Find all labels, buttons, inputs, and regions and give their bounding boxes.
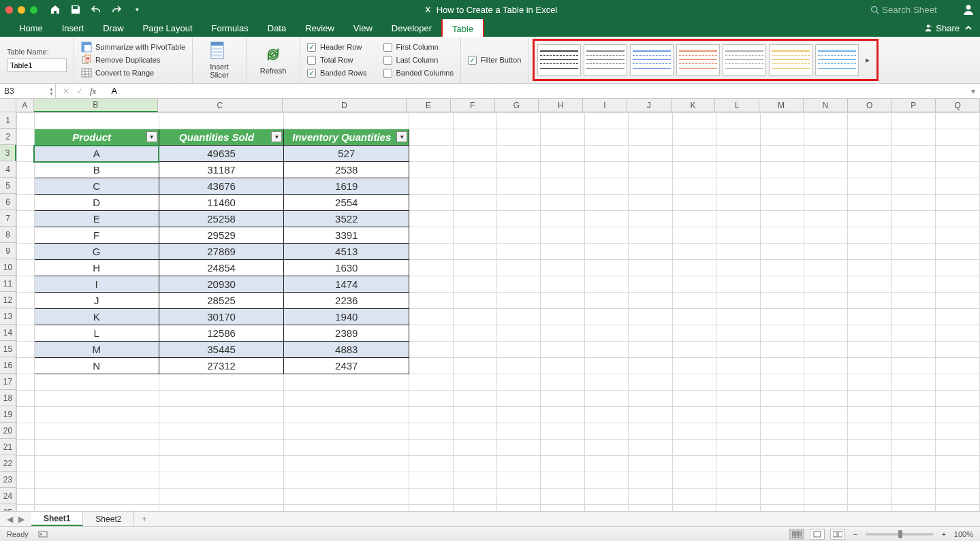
cell-J18[interactable] — [629, 391, 672, 407]
zoom-in-button[interactable]: + — [939, 530, 949, 538]
cell-N3[interactable] — [804, 146, 848, 162]
cell-D3[interactable]: 527 — [284, 146, 409, 162]
column-header-G[interactable]: G — [495, 99, 539, 112]
cell-E7[interactable] — [409, 211, 453, 227]
cell-N22[interactable] — [804, 456, 848, 472]
summarize-pivot-button[interactable]: Summarize with PivotTable — [81, 42, 185, 52]
cell-B22[interactable] — [34, 456, 159, 472]
cell-L18[interactable] — [716, 391, 760, 407]
cell-G3[interactable] — [496, 146, 540, 162]
cell-D22[interactable] — [284, 456, 409, 472]
column-header-A[interactable]: A — [16, 99, 34, 112]
banded-rows-checkbox[interactable]: Banded Rows — [307, 69, 367, 78]
row-header-5[interactable]: 5 — [0, 178, 16, 194]
cell-O2[interactable] — [848, 129, 891, 146]
column-header-L[interactable]: L — [715, 99, 759, 112]
search-sheet[interactable] — [870, 5, 957, 15]
cell-N16[interactable] — [804, 358, 848, 374]
cell-B18[interactable] — [34, 391, 159, 407]
name-box[interactable]: B3 ▲▼ — [0, 84, 56, 98]
cell-K5[interactable] — [672, 178, 716, 195]
add-sheet-button[interactable]: ＋ — [134, 512, 155, 526]
select-all-corner[interactable] — [0, 99, 16, 112]
column-header-K[interactable]: K — [671, 99, 716, 112]
cell-E20[interactable] — [409, 423, 453, 440]
cell-M6[interactable] — [760, 195, 804, 211]
cell-G24[interactable] — [496, 489, 540, 505]
cell-J16[interactable] — [629, 358, 672, 374]
cell-C5[interactable]: 43676 — [159, 178, 284, 195]
cell-J10[interactable] — [629, 260, 672, 276]
cell-A8[interactable] — [17, 227, 35, 244]
cell-I22[interactable] — [584, 456, 628, 472]
cell-C12[interactable]: 28525 — [159, 293, 284, 309]
cell-C3[interactable]: 49635 — [159, 146, 284, 162]
tab-data[interactable]: Data — [258, 19, 296, 37]
cell-H6[interactable] — [541, 195, 584, 211]
row-header-22[interactable]: 22 — [0, 455, 16, 472]
cell-P16[interactable] — [891, 358, 935, 374]
row-header-19[interactable]: 19 — [0, 406, 16, 423]
table-style-6[interactable] — [815, 44, 859, 76]
cell-F22[interactable] — [453, 456, 496, 472]
cell-G10[interactable] — [496, 260, 540, 276]
cell-K22[interactable] — [672, 456, 716, 472]
cell-C19[interactable] — [159, 407, 284, 423]
cell-Q12[interactable] — [936, 293, 980, 309]
collapse-ribbon-icon[interactable] — [964, 23, 973, 33]
cell-N4[interactable] — [804, 162, 848, 178]
cell-I21[interactable] — [584, 440, 628, 456]
cell-O15[interactable] — [848, 342, 891, 358]
table-style-4[interactable] — [723, 44, 766, 76]
column-header-J[interactable]: J — [627, 99, 671, 112]
cell-K6[interactable] — [672, 195, 716, 211]
cell-H17[interactable] — [541, 374, 584, 391]
column-header-C[interactable]: C — [158, 99, 283, 112]
cell-A13[interactable] — [17, 309, 35, 325]
share-button[interactable]: Share — [923, 23, 960, 33]
row-header-17[interactable]: 17 — [0, 374, 16, 390]
cell-P18[interactable] — [891, 391, 935, 407]
cell-K18[interactable] — [672, 391, 716, 407]
cell-I13[interactable] — [584, 309, 628, 325]
banded-columns-checkbox[interactable]: Banded Columns — [383, 69, 454, 78]
cell-B6[interactable]: D — [34, 195, 159, 211]
row-header-6[interactable]: 6 — [0, 194, 16, 210]
row-header-15[interactable]: 15 — [0, 341, 16, 357]
filter-button-product[interactable]: ▼ — [146, 131, 157, 142]
cell-I10[interactable] — [584, 260, 628, 276]
cell-F5[interactable] — [453, 178, 496, 195]
table-style-3[interactable] — [676, 44, 720, 76]
undo-icon[interactable] — [91, 4, 101, 15]
cell-C6[interactable]: 11460 — [159, 195, 284, 211]
cell-O6[interactable] — [848, 195, 891, 211]
cell-F17[interactable] — [453, 374, 496, 391]
cell-F4[interactable] — [453, 162, 496, 178]
cell-A23[interactable] — [17, 472, 35, 489]
cell-B12[interactable]: J — [34, 293, 159, 309]
cell-H24[interactable] — [541, 489, 584, 505]
cell-A20[interactable] — [17, 423, 35, 440]
cell-E19[interactable] — [409, 407, 453, 423]
cell-H8[interactable] — [541, 227, 584, 244]
column-header-B[interactable]: B — [34, 99, 159, 112]
cell-D16[interactable]: 2437 — [284, 358, 409, 374]
cell-P5[interactable] — [891, 178, 935, 195]
cell-B15[interactable]: M — [34, 342, 159, 358]
cell-O13[interactable] — [848, 309, 891, 325]
row-header-11[interactable]: 11 — [0, 276, 16, 292]
cell-H14[interactable] — [541, 325, 584, 342]
cell-D2[interactable]: Inventory Quantities▼ — [284, 129, 409, 146]
cell-I3[interactable] — [584, 146, 628, 162]
cell-K8[interactable] — [672, 227, 716, 244]
cell-K25[interactable] — [672, 505, 716, 512]
table-style-5[interactable] — [769, 44, 812, 76]
cell-C10[interactable]: 24854 — [159, 260, 284, 276]
tab-view[interactable]: View — [344, 19, 382, 37]
row-header-14[interactable]: 14 — [0, 325, 16, 341]
spreadsheet-grid[interactable]: ABCDEFGHIJKLMNOPQ 1234567891011121314151… — [0, 99, 980, 511]
cell-L7[interactable] — [716, 211, 760, 227]
cell-H4[interactable] — [541, 162, 584, 178]
cell-L1[interactable] — [716, 113, 760, 129]
cell-E12[interactable] — [409, 293, 453, 309]
